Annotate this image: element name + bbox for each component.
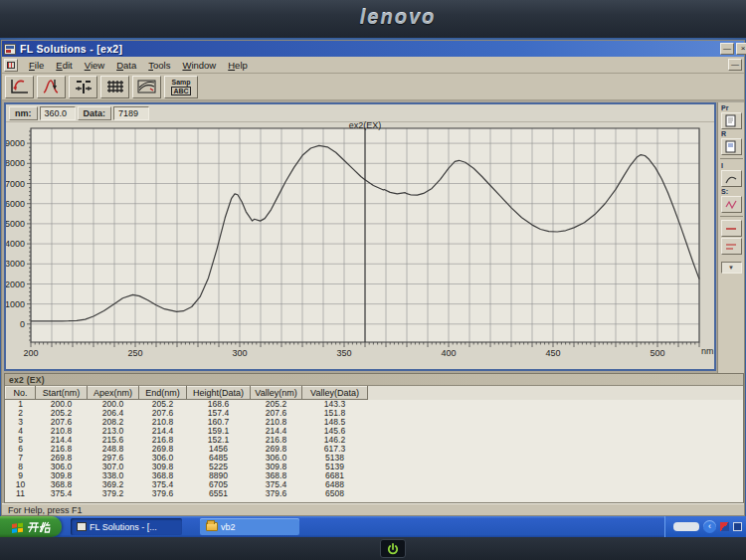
nm-readout-label: nm: xyxy=(9,106,38,120)
col-no[interactable]: No. xyxy=(6,387,36,400)
marker1-button[interactable] xyxy=(721,220,742,237)
table-cell-filler xyxy=(368,480,743,489)
table-cell-filler xyxy=(368,445,743,454)
menu-data[interactable]: Data xyxy=(110,58,142,73)
system-tray: ‹ xyxy=(664,516,746,537)
overlay-spectra-button[interactable] xyxy=(132,76,161,98)
svg-text:7000: 7000 xyxy=(6,179,25,189)
report-button[interactable] xyxy=(721,138,742,155)
svg-text:300: 300 xyxy=(232,348,247,358)
squiggle-icon xyxy=(724,198,738,211)
chart-region[interactable]: ex2(EX) 20025030035040045050001000200030… xyxy=(6,122,714,369)
table-cell-filler xyxy=(368,400,743,410)
bezel-bottom xyxy=(0,537,746,560)
start-button[interactable] xyxy=(0,516,62,537)
col-start[interactable]: Start(nm) xyxy=(36,387,88,400)
data-readout-value: 7189 xyxy=(113,106,149,120)
child-minimize-button[interactable]: — xyxy=(728,59,742,71)
cursor-slider-button[interactable] xyxy=(69,76,97,98)
app-window: FL Solutions - [ex2] — × File Edit View … xyxy=(1,40,745,516)
side-panel-combo[interactable]: ▼ xyxy=(721,262,742,274)
spectrum-window: nm: 360.0 Data: 7189 ex2(EX) 20025030035… xyxy=(4,102,716,371)
child-window-icon[interactable] xyxy=(4,59,18,72)
peak-table-window: ex2 (EX) No. Start(nm) Apex(nm) xyxy=(4,373,744,503)
svg-text:0: 0 xyxy=(20,319,25,329)
svg-text:400: 400 xyxy=(441,348,456,358)
chart-title: ex2(EX) xyxy=(31,120,699,130)
tray-pill-button[interactable] xyxy=(673,522,699,531)
tray-language-icon[interactable] xyxy=(720,522,729,531)
table-cell: 379.6 xyxy=(139,489,187,498)
peak-table-titlebar[interactable]: ex2 (EX) xyxy=(5,374,743,386)
table-row[interactable]: 11375.4379.2379.66551379.66508 xyxy=(6,489,743,498)
svg-text:6000: 6000 xyxy=(6,199,25,209)
bezel-top: lenovo xyxy=(0,0,746,38)
col-apex[interactable]: Apex(nm) xyxy=(88,387,139,400)
document-icon xyxy=(724,114,738,127)
tray-network-icon[interactable] xyxy=(733,522,742,531)
report-icon xyxy=(724,140,738,153)
app-icon xyxy=(4,44,16,55)
minimize-button[interactable]: — xyxy=(720,43,734,55)
sample-label-button[interactable]: Samp ABC xyxy=(164,76,198,98)
svg-text:250: 250 xyxy=(127,348,142,358)
taskbar-item-label: vb2 xyxy=(221,522,236,532)
power-button[interactable] xyxy=(380,539,406,558)
red-dash2-icon xyxy=(724,240,738,253)
table-cell-filler xyxy=(368,418,743,427)
svg-text:500: 500 xyxy=(650,348,664,358)
data-readout-label: Data: xyxy=(78,106,112,120)
svg-text:5000: 5000 xyxy=(6,219,25,229)
col-height[interactable]: Height(Data) xyxy=(187,387,251,400)
svg-text:450: 450 xyxy=(545,348,560,358)
table-cell-filler xyxy=(368,427,743,436)
taskbar: FL Solutions - [... vb2 ‹ xyxy=(0,516,746,537)
menu-window[interactable]: Window xyxy=(176,58,222,73)
table-cell: 11 xyxy=(6,489,36,498)
titlebar: FL Solutions - [ex2] — × xyxy=(2,41,744,57)
toolbar: Samp ABC xyxy=(2,74,744,100)
mdi-content: nm: 360.0 Data: 7189 ex2(EX) 20025030035… xyxy=(2,100,744,503)
menu-tools[interactable]: Tools xyxy=(142,58,176,73)
marker2-button[interactable] xyxy=(721,238,742,255)
process-button[interactable] xyxy=(721,112,742,129)
curve-icon xyxy=(724,172,738,185)
menu-help[interactable]: Help xyxy=(222,58,254,73)
laptop-frame: lenovo FL Solutions - [ex2] — × File Edi… xyxy=(0,0,746,560)
smooth-tool-button[interactable] xyxy=(721,196,742,213)
menu-file[interactable]: File xyxy=(23,58,50,73)
svg-text:3000: 3000 xyxy=(6,259,25,269)
taskbar-item-vb2[interactable]: vb2 xyxy=(200,518,299,535)
nm-readout-value: 360.0 xyxy=(40,106,76,120)
svg-text:nm: nm xyxy=(701,346,714,356)
curve-tool-button[interactable] xyxy=(721,170,742,187)
grid-button[interactable] xyxy=(100,76,129,98)
close-button[interactable]: × xyxy=(736,43,746,55)
start-label-glyphs xyxy=(27,520,51,534)
col-end[interactable]: End(nm) xyxy=(139,387,187,400)
rescale-axes-button[interactable] xyxy=(5,76,34,98)
side-panel-label-i: I xyxy=(719,162,723,169)
table-cell-filler xyxy=(368,489,743,498)
menu-view[interactable]: View xyxy=(79,58,110,73)
menu-edit[interactable]: Edit xyxy=(50,58,78,73)
table-cell: 6551 xyxy=(187,489,251,498)
svg-text:200: 200 xyxy=(23,348,38,358)
col-valley-data[interactable]: Valley(Data) xyxy=(302,387,368,400)
svg-text:350: 350 xyxy=(336,348,351,358)
col-valley-nm[interactable]: Valley(nm) xyxy=(251,387,302,400)
cursor-slider-icon xyxy=(73,78,94,95)
col-filler xyxy=(368,387,743,400)
side-panel-label-r: R xyxy=(719,130,726,137)
peak-pick-button[interactable] xyxy=(37,76,66,98)
tray-collapse-icon[interactable]: ‹ xyxy=(703,520,716,533)
svg-text:4000: 4000 xyxy=(6,239,25,249)
side-panel-divider2 xyxy=(720,216,743,217)
table-cell: 375.4 xyxy=(36,489,88,498)
red-dash-icon xyxy=(724,222,738,235)
spectrum-chart[interactable]: 2002503003504004505000100020003000400050… xyxy=(6,122,714,369)
table-cell-filler xyxy=(368,409,743,418)
taskbar-item-fl-solutions[interactable]: FL Solutions - [... xyxy=(71,518,182,535)
lenovo-logo: lenovo xyxy=(333,6,463,29)
svg-text:9000: 9000 xyxy=(6,138,25,148)
